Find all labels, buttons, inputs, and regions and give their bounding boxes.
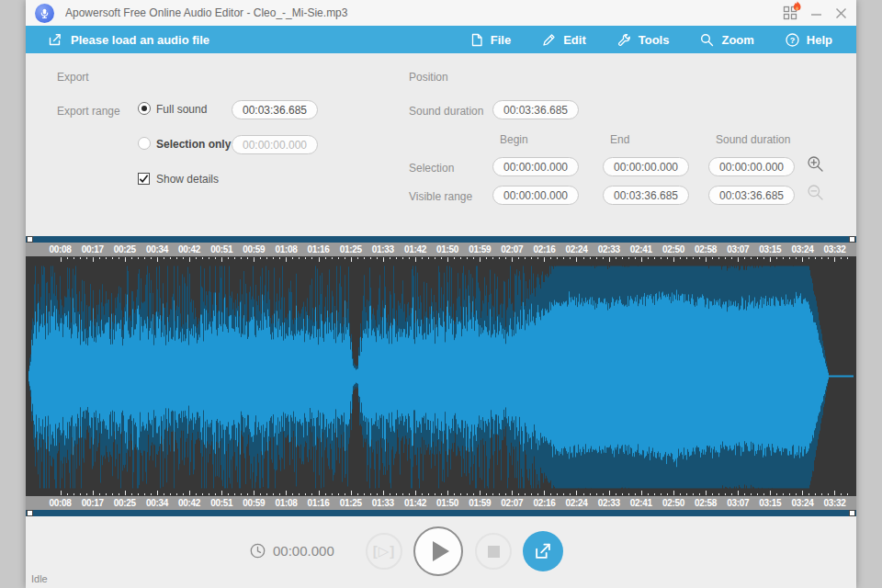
ruler-time-label: 01:08 bbox=[270, 244, 302, 254]
play-selection-button[interactable]: [▷] bbox=[366, 533, 402, 570]
menu-tools-label: Tools bbox=[639, 33, 670, 47]
toolbar: Please load an audio file File Edit Tool… bbox=[26, 26, 856, 53]
visible-begin-field[interactable] bbox=[492, 186, 579, 205]
ruler-time-label: 02:50 bbox=[657, 498, 689, 508]
range-handle-top-right[interactable] bbox=[849, 236, 855, 243]
controls-panel: Export Export range Full sound Selection… bbox=[26, 53, 856, 236]
zoom-in-selection-icon[interactable] bbox=[807, 155, 824, 175]
menu-tools[interactable]: Tools bbox=[617, 33, 670, 47]
ruler-time-label: 00:59 bbox=[238, 244, 270, 254]
menu-edit-label: Edit bbox=[563, 33, 586, 47]
position-section-title: Position bbox=[409, 71, 448, 84]
flame-badge-icon bbox=[792, 1, 802, 12]
menu-file[interactable]: File bbox=[470, 33, 511, 47]
bottom-ruler[interactable]: 00:0800:1700:2500:3400:4200:5100:5901:08… bbox=[26, 496, 856, 510]
range-handle-bottom-right[interactable] bbox=[849, 510, 855, 516]
ruler-time-label: 00:08 bbox=[44, 244, 76, 254]
ruler-time-label: 00:59 bbox=[238, 498, 270, 508]
ruler-time-label: 03:07 bbox=[722, 244, 754, 254]
ruler-time-label: 00:08 bbox=[44, 498, 76, 508]
ruler-time-label: 02:58 bbox=[690, 498, 722, 508]
ruler-time-label: 01:42 bbox=[399, 498, 431, 508]
ruler-time-label: 03:07 bbox=[722, 498, 754, 508]
ruler-time-label: 02:07 bbox=[496, 498, 528, 508]
selection-only-radio[interactable] bbox=[138, 137, 151, 150]
transport-bar: 00:00.000 [▷] Idle bbox=[26, 516, 856, 588]
ruler-time-label: 03:15 bbox=[754, 244, 786, 254]
selection-begin-field[interactable] bbox=[492, 157, 579, 176]
ruler-time-label: 03:15 bbox=[754, 498, 786, 508]
play-button[interactable] bbox=[413, 526, 463, 576]
menu-file-label: File bbox=[491, 33, 511, 47]
waveform-canvas[interactable] bbox=[26, 256, 856, 496]
full-sound-label: Full sound bbox=[156, 103, 207, 116]
svg-text:?: ? bbox=[790, 36, 796, 45]
selection-only-duration-field[interactable] bbox=[232, 135, 318, 154]
visible-range-row-label: Visible range bbox=[409, 190, 472, 203]
minimize-button[interactable] bbox=[810, 7, 822, 19]
ruler-time-label: 02:07 bbox=[496, 244, 528, 254]
menu-zoom[interactable]: Zoom bbox=[700, 33, 753, 47]
load-audio-button[interactable]: Please load an audio file bbox=[48, 32, 209, 47]
wrench-icon bbox=[617, 33, 631, 47]
full-sound-radio[interactable] bbox=[138, 102, 151, 115]
ruler-time-label: 00:51 bbox=[206, 244, 238, 254]
ruler-time-label: 01:50 bbox=[432, 498, 464, 508]
ruler-time-label: 03:32 bbox=[819, 244, 851, 254]
ruler-time-label: 03:32 bbox=[819, 498, 851, 508]
ruler-time-label: 02:41 bbox=[625, 244, 657, 254]
ruler-time-label: 01:33 bbox=[367, 244, 399, 254]
ruler-time-label: 00:17 bbox=[76, 498, 108, 508]
ruler-time-label: 02:24 bbox=[560, 244, 593, 254]
menu-zoom-label: Zoom bbox=[721, 33, 753, 47]
show-details-checkbox[interactable] bbox=[138, 173, 150, 185]
playback-timer: 00:00.000 bbox=[250, 543, 334, 559]
playback-time: 00:00.000 bbox=[273, 543, 334, 559]
ruler-time-label: 02:24 bbox=[560, 498, 593, 508]
sound-duration-label: Sound duration bbox=[409, 105, 483, 118]
export-section-title: Export bbox=[57, 71, 89, 84]
ruler-time-label: 00:25 bbox=[108, 244, 141, 254]
ruler-time-label: 01:50 bbox=[432, 244, 464, 254]
menu-help[interactable]: ? Help bbox=[786, 33, 832, 47]
play-selection-icon: [▷] bbox=[373, 543, 396, 560]
load-file-icon bbox=[48, 32, 62, 47]
visible-end-field[interactable] bbox=[603, 186, 689, 205]
visible-range-bar-top[interactable] bbox=[26, 236, 856, 243]
ruler-time-label: 00:25 bbox=[108, 498, 141, 508]
ruler-time-label: 02:16 bbox=[528, 244, 560, 254]
range-handle-top-left[interactable] bbox=[27, 236, 33, 243]
visible-duration-field[interactable] bbox=[708, 186, 795, 205]
export-range-label: Export range bbox=[57, 105, 120, 118]
magnifier-icon bbox=[700, 33, 714, 47]
close-button[interactable] bbox=[835, 7, 847, 19]
ruler-time-label: 01:25 bbox=[334, 244, 367, 254]
export-button[interactable] bbox=[523, 531, 563, 571]
stop-button[interactable] bbox=[475, 533, 512, 570]
ruler-time-label: 00:51 bbox=[206, 498, 238, 508]
more-products-icon[interactable] bbox=[783, 6, 797, 20]
load-audio-label: Please load an audio file bbox=[71, 33, 209, 47]
range-handle-bottom-left[interactable] bbox=[27, 510, 33, 516]
full-sound-duration-field[interactable] bbox=[232, 100, 318, 119]
app-logo-microphone-icon bbox=[35, 4, 54, 23]
visible-range-bar-bottom[interactable] bbox=[26, 510, 856, 516]
sound-duration-field[interactable] bbox=[492, 100, 579, 119]
ruler-time-label: 00:42 bbox=[174, 498, 206, 508]
end-column-header: End bbox=[610, 133, 629, 146]
ruler-time-label: 01:25 bbox=[334, 498, 367, 508]
zoom-out-selection-icon[interactable] bbox=[807, 184, 824, 204]
ruler-time-label: 02:33 bbox=[593, 244, 625, 254]
ruler-time-label: 01:33 bbox=[367, 498, 399, 508]
selection-duration-field[interactable] bbox=[708, 157, 795, 176]
menu-edit[interactable]: Edit bbox=[542, 33, 586, 47]
help-icon: ? bbox=[786, 33, 799, 47]
titlebar: Apowersoft Free Online Audio Editor - Cl… bbox=[26, 0, 856, 26]
selection-end-field[interactable] bbox=[603, 157, 689, 176]
ruler-time-label: 00:17 bbox=[76, 244, 108, 254]
ruler-time-label: 00:34 bbox=[141, 244, 173, 254]
window-title: Apowersoft Free Online Audio Editor - Cl… bbox=[65, 6, 783, 19]
begin-column-header: Begin bbox=[500, 133, 528, 146]
top-ruler[interactable]: 00:0800:1700:2500:3400:4200:5100:5901:08… bbox=[26, 243, 856, 256]
ruler-time-label: 01:59 bbox=[464, 498, 496, 508]
